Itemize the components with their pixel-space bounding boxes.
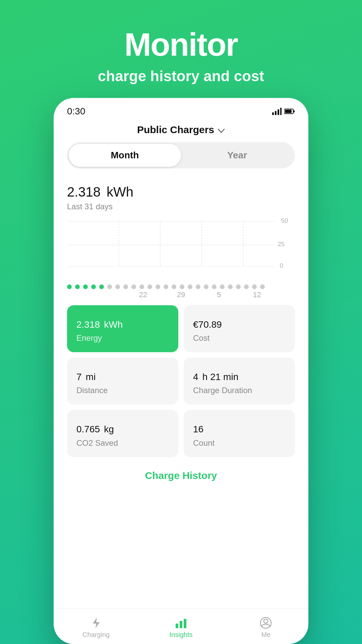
svg-rect-2	[278, 109, 279, 115]
count-card-value: 16	[193, 419, 286, 435]
dot-15	[180, 284, 184, 289]
dot-25	[260, 284, 265, 289]
chart-date-22: 22	[124, 290, 162, 299]
nav-label-insights: Insights	[170, 631, 193, 639]
status-icons	[272, 108, 295, 115]
me-icon	[260, 617, 272, 629]
cost-card-label: Cost	[193, 333, 286, 343]
dot-9	[131, 284, 136, 289]
nav-item-me[interactable]: Me	[224, 614, 308, 641]
insights-icon	[175, 617, 187, 629]
stat-card-count[interactable]: 16 Count	[184, 410, 295, 457]
energy-card-value: 2.318 kWh	[76, 315, 169, 331]
stat-card-distance[interactable]: 7 mi Distance	[67, 358, 178, 405]
hero-title: Monitor	[98, 27, 264, 62]
stats-grid: 2.318 kWh Energy €70.89 Cost 7 mi Distan…	[54, 302, 308, 461]
dot-11	[147, 284, 152, 289]
tab-year[interactable]: Year	[181, 144, 293, 167]
dot-18	[204, 284, 208, 289]
chevron-down-icon	[218, 124, 225, 136]
svg-rect-3	[280, 108, 282, 115]
distance-card-label: Distance	[76, 386, 169, 395]
svg-rect-21	[184, 619, 186, 628]
nav-item-charging[interactable]: Charging	[54, 614, 138, 641]
svg-rect-6	[285, 110, 292, 113]
dot-10	[139, 284, 144, 289]
chart-dates: 22 29 5 12	[54, 289, 308, 302]
dot-23	[244, 284, 249, 289]
dot-6	[107, 284, 112, 289]
co2-card-value: 0.765 kg	[76, 419, 169, 435]
dot-17	[196, 284, 200, 289]
chart-date-5: 5	[200, 290, 238, 299]
dots-row	[54, 282, 308, 289]
dot-12	[156, 284, 160, 289]
bottom-nav: Charging Insights Me	[54, 608, 308, 644]
status-time: 0:30	[67, 106, 85, 117]
phone-frame: 0:30 Public Chargers	[54, 98, 308, 644]
dot-22	[236, 284, 241, 289]
hero-section: Monitor charge history and cost	[98, 0, 264, 98]
duration-card-label: Charge Duration	[193, 386, 286, 395]
energy-card-label: Energy	[76, 333, 169, 343]
energy-value: 2.318 kWh	[67, 178, 295, 200]
co2-card-label: CO2 Saved	[76, 438, 169, 448]
svg-rect-5	[293, 110, 295, 112]
cost-card-value: €70.89	[193, 315, 286, 331]
chart-date-12: 12	[238, 290, 276, 299]
nav-item-insights[interactable]: Insights	[138, 614, 223, 641]
distance-card-value: 7 mi	[76, 367, 169, 383]
svg-text:25: 25	[278, 240, 285, 248]
count-card-label: Count	[193, 438, 286, 448]
dot-24	[252, 284, 257, 289]
stat-card-energy[interactable]: 2.318 kWh Energy	[67, 305, 178, 352]
svg-text:0: 0	[280, 262, 283, 268]
stat-card-duration[interactable]: 4 h 21 min Charge Duration	[184, 358, 295, 405]
status-bar: 0:30	[54, 98, 308, 121]
nav-label-charging: Charging	[82, 631, 110, 639]
period-toggle: Month Year	[67, 142, 295, 168]
svg-text:50: 50	[281, 218, 288, 224]
svg-rect-19	[176, 624, 178, 628]
battery-icon	[284, 108, 295, 114]
app-header: Public Chargers	[54, 121, 308, 142]
dot-7	[115, 284, 120, 289]
dot-13	[164, 284, 168, 289]
dot-20	[220, 284, 225, 289]
nav-label-me: Me	[261, 631, 270, 639]
energy-main: 2.318 kWh Last 31 days	[54, 178, 308, 215]
charger-type-label: Public Chargers	[137, 124, 214, 136]
stat-card-cost[interactable]: €70.89 Cost	[184, 305, 295, 352]
chart-svg: 50 25 0 kWh	[67, 218, 295, 268]
charge-history-button[interactable]: Charge History	[54, 461, 308, 491]
chart-date-1	[67, 290, 124, 299]
dot-16	[188, 284, 192, 289]
svg-rect-0	[272, 112, 274, 115]
duration-card-value: 4 h 21 min	[193, 367, 286, 383]
dot-4	[91, 284, 96, 289]
dot-3	[83, 284, 88, 289]
hero-subtitle: charge history and cost	[98, 68, 264, 85]
chart-container: 50 25 0 kWh	[54, 215, 308, 282]
chart-date-end	[276, 290, 295, 299]
svg-text:kWh: kWh	[278, 218, 289, 218]
tab-month[interactable]: Month	[69, 144, 181, 167]
svg-rect-1	[275, 111, 277, 115]
energy-period: Last 31 days	[67, 202, 295, 211]
svg-rect-20	[180, 621, 182, 628]
dot-2	[75, 284, 80, 289]
charging-icon	[90, 617, 102, 629]
dot-5	[99, 284, 104, 289]
svg-marker-18	[93, 618, 100, 628]
signal-icon	[272, 108, 282, 115]
svg-point-23	[264, 619, 268, 623]
dot-1	[67, 284, 72, 289]
dot-14	[172, 284, 176, 289]
dot-19	[212, 284, 217, 289]
charger-selector[interactable]: Public Chargers	[137, 124, 225, 136]
dot-21	[228, 284, 233, 289]
stat-card-co2[interactable]: 0.765 kg CO2 Saved	[67, 410, 178, 457]
chart-date-29: 29	[162, 290, 200, 299]
dot-8	[123, 284, 128, 289]
